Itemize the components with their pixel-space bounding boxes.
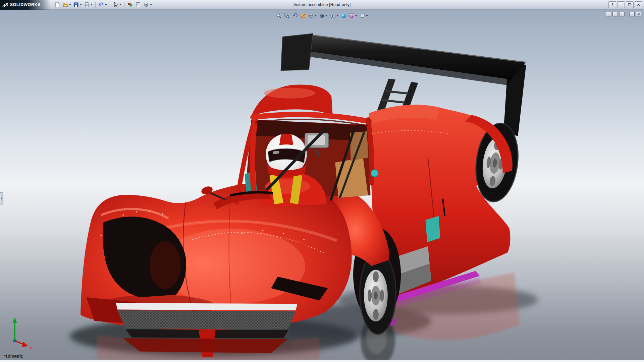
grille-mesh [117, 310, 296, 329]
view-orientation-button[interactable] [308, 12, 317, 19]
edit-appearance-button[interactable] [340, 12, 347, 19]
select-cursor-icon [113, 2, 119, 8]
window-title: Voiture assemblee [Read-only] [293, 0, 351, 10]
open-icon [62, 2, 68, 8]
select-button[interactable] [112, 1, 122, 9]
triad-x-label: x [30, 345, 32, 350]
close-document-button[interactable]: ✕ [636, 12, 641, 16]
pane-split-button[interactable] [612, 12, 618, 16]
sheet-properties-icon [135, 2, 141, 8]
apply-scene-dropdown-chevron[interactable] [355, 15, 357, 16]
cyan-fitting[interactable] [371, 170, 378, 177]
window-controls: ? – ❐ ✕ [608, 1, 642, 8]
main-toolbar [54, 1, 153, 9]
collapse-arrow-icon [1, 197, 2, 200]
grille-white-strip [116, 303, 297, 310]
pane-full-button[interactable] [619, 12, 625, 16]
save-icon [73, 2, 79, 8]
open-dropdown-chevron[interactable] [69, 4, 71, 5]
document-window-controls: ✕ [606, 12, 641, 16]
hide-show-items-icon [330, 13, 336, 19]
view-tools-dropdown-chevron[interactable] [150, 4, 152, 5]
edit-color-button[interactable] [126, 1, 134, 9]
title-bar: ʒS SOLIDWORKS [0, 0, 644, 10]
help-button[interactable]: ? [608, 1, 616, 8]
select-dropdown-chevron[interactable] [119, 4, 121, 5]
view-settings-dropdown-chevron[interactable] [366, 15, 368, 16]
race-car-model[interactable]: x [0, 10, 644, 360]
display-style-button[interactable] [319, 12, 328, 19]
solidworks-logo: ʒS SOLIDWORKS [0, 0, 50, 10]
apply-scene-button[interactable] [348, 12, 358, 19]
graphics-area[interactable]: x [0, 10, 644, 360]
toolbar-separator [95, 2, 96, 8]
view-settings-icon [360, 13, 365, 19]
previous-view-button[interactable] [292, 12, 298, 19]
new-document-button[interactable] [54, 1, 61, 9]
engine-cover[interactable] [251, 84, 332, 116]
teal-panel[interactable] [426, 216, 440, 242]
view-orientation-label: *Dimetric [4, 354, 23, 359]
zoom-to-fit-button[interactable] [276, 12, 282, 19]
undo-dropdown-chevron[interactable] [105, 4, 107, 5]
heads-up-view-toolbar [274, 11, 370, 20]
hide-show-dropdown-chevron[interactable] [336, 15, 338, 16]
print-dropdown-chevron[interactable] [91, 4, 93, 5]
edit-color-icon [127, 2, 133, 8]
toolbar-separator [124, 2, 124, 8]
status-bar [0, 360, 644, 362]
orientation-triad[interactable]: x [13, 317, 32, 350]
view-orientation-dropdown-chevron[interactable] [315, 15, 317, 16]
sheet-properties-button[interactable] [135, 1, 142, 9]
view-tools-icon [143, 2, 149, 8]
front-grille[interactable] [116, 303, 297, 357]
zoom-to-area-icon [284, 13, 290, 19]
front-splitter[interactable] [123, 338, 287, 353]
close-button[interactable]: ✕ [635, 1, 642, 8]
new-document-icon [54, 2, 60, 8]
hide-show-items-button[interactable] [329, 12, 339, 19]
zoom-to-fit-icon [276, 13, 282, 19]
apply-scene-icon [349, 13, 355, 19]
view-tools-button[interactable] [143, 1, 153, 9]
undo-button[interactable] [98, 1, 108, 9]
zoom-to-area-button[interactable] [284, 12, 290, 19]
wing-left-endplate[interactable] [281, 34, 313, 70]
minimize-button[interactable]: – [617, 1, 625, 8]
feature-panel-collapse-handle[interactable] [0, 192, 3, 204]
open-button[interactable] [62, 1, 72, 9]
dassault-logo-mark: ʒS [3, 2, 8, 7]
restore-document-button[interactable] [629, 12, 635, 16]
toolbar-separator [110, 2, 110, 8]
print-icon [84, 2, 90, 8]
view-settings-button[interactable] [359, 12, 368, 19]
section-view-icon [300, 13, 306, 19]
display-style-dropdown-chevron[interactable] [325, 15, 327, 16]
undo-icon [98, 2, 104, 8]
maximize-button[interactable]: ❐ [626, 1, 634, 8]
section-view-button[interactable] [300, 12, 306, 19]
save-button[interactable] [72, 1, 83, 9]
pane-left-button[interactable] [606, 12, 611, 16]
previous-view-icon [292, 13, 298, 19]
solidworks-wordmark: SOLIDWORKS [10, 2, 41, 7]
save-dropdown-chevron[interactable] [80, 4, 82, 5]
edit-appearance-icon [341, 13, 346, 19]
display-style-icon [319, 13, 325, 19]
triad-x-axis[interactable] [15, 341, 24, 345]
print-button[interactable] [83, 1, 93, 9]
view-orientation-icon [308, 13, 314, 19]
